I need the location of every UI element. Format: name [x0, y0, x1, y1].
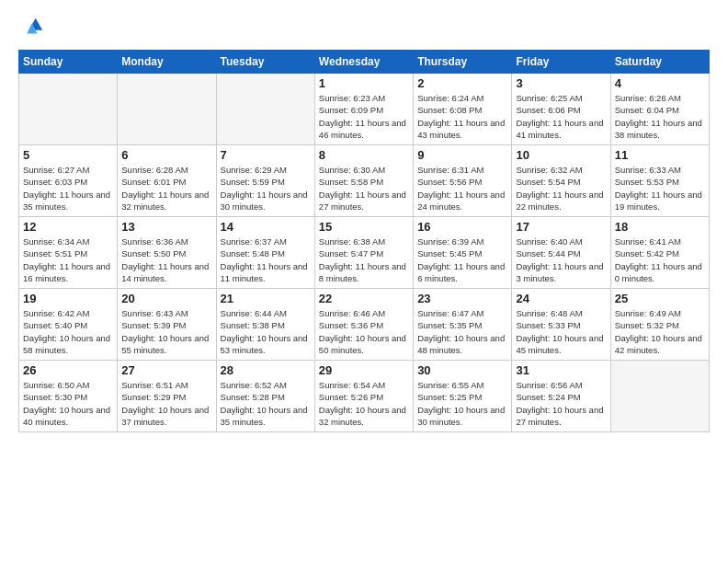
- day-info: Sunrise: 6:55 AM Sunset: 5:25 PM Dayligh…: [417, 379, 507, 428]
- calendar-cell: [118, 74, 216, 145]
- calendar-cell: 11Sunrise: 6:33 AM Sunset: 5:53 PM Dayli…: [610, 145, 709, 217]
- day-info: Sunrise: 6:37 AM Sunset: 5:48 PM Dayligh…: [221, 236, 311, 284]
- day-info: Sunrise: 6:50 AM Sunset: 5:30 PM Dayligh…: [23, 379, 113, 428]
- header: [18, 15, 710, 40]
- calendar-cell: 23Sunrise: 6:47 AM Sunset: 5:35 PM Dayli…: [414, 289, 512, 361]
- day-number: 7: [221, 148, 311, 162]
- calendar-cell: 3Sunrise: 6:25 AM Sunset: 6:06 PM Daylig…: [512, 74, 610, 145]
- day-header-tuesday: Tuesday: [216, 51, 314, 74]
- day-number: 18: [615, 220, 705, 234]
- day-header-thursday: Thursday: [414, 51, 512, 74]
- day-info: Sunrise: 6:48 AM Sunset: 5:33 PM Dayligh…: [516, 307, 606, 356]
- day-header-friday: Friday: [512, 51, 610, 74]
- day-info: Sunrise: 6:36 AM Sunset: 5:50 PM Dayligh…: [121, 236, 211, 284]
- day-info: Sunrise: 6:33 AM Sunset: 5:53 PM Dayligh…: [615, 164, 705, 213]
- calendar-cell: 29Sunrise: 6:54 AM Sunset: 5:26 PM Dayli…: [314, 361, 413, 432]
- calendar-cell: 17Sunrise: 6:40 AM Sunset: 5:44 PM Dayli…: [512, 217, 610, 289]
- day-number: 9: [417, 148, 507, 162]
- day-number: 11: [615, 148, 705, 162]
- day-info: Sunrise: 6:41 AM Sunset: 5:42 PM Dayligh…: [615, 236, 705, 284]
- calendar-cell: 14Sunrise: 6:37 AM Sunset: 5:48 PM Dayli…: [216, 217, 314, 289]
- calendar-cell: 27Sunrise: 6:51 AM Sunset: 5:29 PM Dayli…: [118, 361, 216, 432]
- calendar-cell: 1Sunrise: 6:23 AM Sunset: 6:09 PM Daylig…: [314, 74, 413, 145]
- day-header-wednesday: Wednesday: [314, 51, 413, 74]
- header-row: SundayMondayTuesdayWednesdayThursdayFrid…: [19, 51, 710, 74]
- day-info: Sunrise: 6:31 AM Sunset: 5:56 PM Dayligh…: [417, 164, 507, 213]
- day-number: 19: [23, 292, 113, 305]
- calendar-cell: 4Sunrise: 6:26 AM Sunset: 6:04 PM Daylig…: [610, 74, 709, 145]
- day-number: 12: [23, 220, 113, 234]
- calendar-cell: 18Sunrise: 6:41 AM Sunset: 5:42 PM Dayli…: [610, 217, 709, 289]
- day-info: Sunrise: 6:54 AM Sunset: 5:26 PM Dayligh…: [319, 379, 409, 428]
- day-header-saturday: Saturday: [610, 51, 709, 74]
- day-info: Sunrise: 6:39 AM Sunset: 5:45 PM Dayligh…: [417, 236, 507, 284]
- logo: [18, 15, 48, 40]
- week-row-1: 1Sunrise: 6:23 AM Sunset: 6:09 PM Daylig…: [19, 74, 710, 145]
- calendar-cell: 30Sunrise: 6:55 AM Sunset: 5:25 PM Dayli…: [414, 361, 512, 432]
- day-info: Sunrise: 6:42 AM Sunset: 5:40 PM Dayligh…: [23, 307, 113, 356]
- calendar-cell: 26Sunrise: 6:50 AM Sunset: 5:30 PM Dayli…: [19, 361, 118, 432]
- calendar-cell: 25Sunrise: 6:49 AM Sunset: 5:32 PM Dayli…: [610, 289, 709, 361]
- calendar-cell: [610, 361, 709, 432]
- logo-icon: [18, 15, 44, 40]
- day-header-monday: Monday: [118, 51, 216, 74]
- day-number: 5: [23, 148, 113, 162]
- page-container: SundayMondayTuesdayWednesdayThursdayFrid…: [0, 0, 728, 442]
- calendar-cell: 8Sunrise: 6:30 AM Sunset: 5:58 PM Daylig…: [314, 145, 413, 217]
- day-info: Sunrise: 6:47 AM Sunset: 5:35 PM Dayligh…: [417, 307, 507, 356]
- day-info: Sunrise: 6:28 AM Sunset: 6:01 PM Dayligh…: [121, 164, 211, 213]
- day-info: Sunrise: 6:26 AM Sunset: 6:04 PM Dayligh…: [615, 92, 705, 141]
- calendar-cell: [216, 74, 314, 145]
- calendar-cell: 5Sunrise: 6:27 AM Sunset: 6:03 PM Daylig…: [19, 145, 118, 217]
- day-info: Sunrise: 6:30 AM Sunset: 5:58 PM Dayligh…: [319, 164, 409, 213]
- day-info: Sunrise: 6:32 AM Sunset: 5:54 PM Dayligh…: [516, 164, 606, 213]
- calendar-cell: 22Sunrise: 6:46 AM Sunset: 5:36 PM Dayli…: [314, 289, 413, 361]
- day-info: Sunrise: 6:38 AM Sunset: 5:47 PM Dayligh…: [319, 236, 409, 284]
- calendar-cell: 19Sunrise: 6:42 AM Sunset: 5:40 PM Dayli…: [19, 289, 118, 361]
- day-info: Sunrise: 6:40 AM Sunset: 5:44 PM Dayligh…: [516, 236, 606, 284]
- day-number: 10: [516, 148, 606, 162]
- day-number: 6: [121, 148, 211, 162]
- day-info: Sunrise: 6:23 AM Sunset: 6:09 PM Dayligh…: [319, 92, 409, 141]
- day-number: 24: [516, 292, 606, 305]
- calendar-table: SundayMondayTuesdayWednesdayThursdayFrid…: [18, 50, 710, 432]
- day-header-sunday: Sunday: [19, 51, 118, 74]
- calendar-cell: 7Sunrise: 6:29 AM Sunset: 5:59 PM Daylig…: [216, 145, 314, 217]
- day-info: Sunrise: 6:34 AM Sunset: 5:51 PM Dayligh…: [23, 236, 113, 284]
- day-info: Sunrise: 6:24 AM Sunset: 6:08 PM Dayligh…: [417, 92, 507, 141]
- day-info: Sunrise: 6:44 AM Sunset: 5:38 PM Dayligh…: [221, 307, 311, 356]
- day-info: Sunrise: 6:25 AM Sunset: 6:06 PM Dayligh…: [516, 92, 606, 141]
- calendar-cell: 16Sunrise: 6:39 AM Sunset: 5:45 PM Dayli…: [414, 217, 512, 289]
- day-number: 23: [417, 292, 507, 305]
- day-number: 4: [615, 76, 705, 90]
- day-info: Sunrise: 6:29 AM Sunset: 5:59 PM Dayligh…: [221, 164, 311, 213]
- day-number: 15: [319, 220, 409, 234]
- day-info: Sunrise: 6:27 AM Sunset: 6:03 PM Dayligh…: [23, 164, 113, 213]
- calendar-cell: 31Sunrise: 6:56 AM Sunset: 5:24 PM Dayli…: [512, 361, 610, 432]
- week-row-2: 5Sunrise: 6:27 AM Sunset: 6:03 PM Daylig…: [19, 145, 710, 217]
- day-number: 22: [319, 292, 409, 305]
- calendar-cell: 24Sunrise: 6:48 AM Sunset: 5:33 PM Dayli…: [512, 289, 610, 361]
- week-row-5: 26Sunrise: 6:50 AM Sunset: 5:30 PM Dayli…: [19, 361, 710, 432]
- week-row-4: 19Sunrise: 6:42 AM Sunset: 5:40 PM Dayli…: [19, 289, 710, 361]
- calendar-cell: [19, 74, 118, 145]
- calendar-cell: 9Sunrise: 6:31 AM Sunset: 5:56 PM Daylig…: [414, 145, 512, 217]
- calendar-cell: 20Sunrise: 6:43 AM Sunset: 5:39 PM Dayli…: [118, 289, 216, 361]
- day-info: Sunrise: 6:46 AM Sunset: 5:36 PM Dayligh…: [319, 307, 409, 356]
- day-number: 17: [516, 220, 606, 234]
- calendar-cell: 13Sunrise: 6:36 AM Sunset: 5:50 PM Dayli…: [118, 217, 216, 289]
- day-number: 13: [121, 220, 211, 234]
- calendar-cell: 28Sunrise: 6:52 AM Sunset: 5:28 PM Dayli…: [216, 361, 314, 432]
- day-number: 31: [516, 363, 606, 377]
- day-number: 1: [319, 76, 409, 90]
- day-info: Sunrise: 6:43 AM Sunset: 5:39 PM Dayligh…: [121, 307, 211, 356]
- day-number: 14: [221, 220, 311, 234]
- day-number: 27: [121, 363, 211, 377]
- day-number: 29: [319, 363, 409, 377]
- day-info: Sunrise: 6:52 AM Sunset: 5:28 PM Dayligh…: [221, 379, 311, 428]
- day-info: Sunrise: 6:49 AM Sunset: 5:32 PM Dayligh…: [615, 307, 705, 356]
- day-number: 26: [23, 363, 113, 377]
- week-row-3: 12Sunrise: 6:34 AM Sunset: 5:51 PM Dayli…: [19, 217, 710, 289]
- day-number: 25: [615, 292, 705, 305]
- calendar-cell: 2Sunrise: 6:24 AM Sunset: 6:08 PM Daylig…: [414, 74, 512, 145]
